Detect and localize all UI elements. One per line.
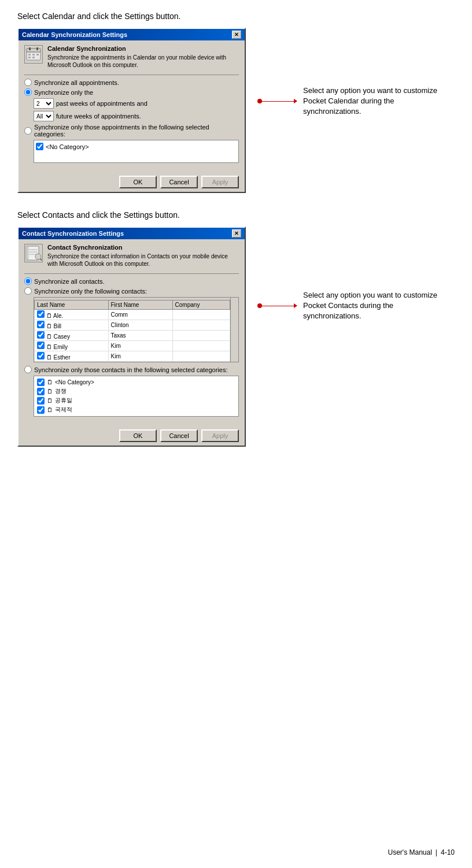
calendar-ok-button[interactable]: OK <box>119 176 157 188</box>
calendar-close-button[interactable]: ✕ <box>232 31 241 39</box>
svg-rect-2 <box>29 47 31 50</box>
contacts-col-company: Company <box>172 301 230 310</box>
svg-rect-6 <box>32 54 35 55</box>
section1-intro: Select Calendar and click the Settings b… <box>17 12 455 21</box>
contact-dialog: Contact Synchronization Settings ✕ <box>17 227 246 447</box>
footer-manual-text: User's Manual <box>388 848 432 856</box>
contact-close-button[interactable]: ✕ <box>232 229 241 238</box>
calendar-category-checkbox[interactable] <box>36 143 43 150</box>
contact-cat-label-1: <No Category> <box>55 379 94 385</box>
calendar-future-label: future weeks of appointments. <box>56 113 141 120</box>
contact-cb-2[interactable] <box>37 321 45 328</box>
contact-category-row-2[interactable]: 🗒 경쟁 <box>36 387 237 396</box>
calendar-category-label: <No Category> <box>46 143 89 150</box>
contacts-col-firstname: First Name <box>108 301 172 310</box>
contact-radio1[interactable]: Synchronize all contacts. <box>24 277 239 285</box>
calendar-radio1-label: Synchronize all appointments. <box>34 79 119 86</box>
calendar-radio2-label: Synchronize only the <box>34 89 93 96</box>
contact-dot-indicator <box>257 303 262 308</box>
contact-cb-3[interactable] <box>37 331 45 339</box>
svg-rect-5 <box>28 54 31 55</box>
contacts-col-lastname: Last Name <box>35 301 109 310</box>
calendar-dot-indicator <box>257 99 262 103</box>
calendar-radio3[interactable]: Synchronize only those appointments in t… <box>24 124 239 138</box>
calendar-radio2[interactable]: Synchronize only the <box>24 88 239 96</box>
contact-titlebar-text: Contact Synchronization Settings <box>22 230 124 237</box>
contact-arrow-line <box>262 306 294 306</box>
calendar-categories-box: <No Category> <box>34 140 239 163</box>
contact-cancel-button[interactable]: Cancel <box>160 429 198 442</box>
svg-rect-8 <box>28 57 31 58</box>
calendar-header-desc: Synchronize the appointments in Calendar… <box>47 54 239 69</box>
calendar-past-select[interactable]: 2 <box>34 98 54 109</box>
contact-cb-4[interactable] <box>37 342 45 349</box>
contact-radio2[interactable]: Synchronize only the following contacts: <box>24 287 239 295</box>
table-row: 🗒 Esther Kim <box>35 351 230 362</box>
svg-rect-7 <box>36 54 39 55</box>
contacts-table-wrapper: Last Name First Name Company 🗒 Ale. Comm <box>34 297 239 362</box>
svg-rect-11 <box>27 246 28 260</box>
calendar-icon <box>24 45 43 64</box>
contact-cat-cb-3[interactable] <box>37 397 45 405</box>
calendar-dialog: Calendar Synchronization Settings ✕ <box>17 28 246 193</box>
contacts-categories-box: 🗒 <No Category> 🗒 경쟁 🗒 공휴일 <box>34 376 239 417</box>
contact-category-row-1[interactable]: 🗒 <No Category> <box>36 378 237 387</box>
table-row: 🗒 Emily Kim <box>35 341 230 351</box>
contact-cat-cb-1[interactable] <box>37 379 45 386</box>
contact-radio1-label: Synchronize all contacts. <box>34 278 105 285</box>
contact-radio2-label: Synchronize only the following contacts: <box>34 288 147 295</box>
contact-arrow-head <box>294 303 297 308</box>
footer-separator: | <box>436 848 437 856</box>
contact-cb-1[interactable] <box>37 310 45 318</box>
calendar-past-row: 2 past weeks of appointments and <box>34 98 239 109</box>
footer-page-number: 4-10 <box>441 848 455 856</box>
svg-rect-1 <box>27 49 40 52</box>
calendar-future-row: All future weeks of appointments. <box>34 111 239 121</box>
svg-line-16 <box>40 259 42 261</box>
contact-icon <box>24 244 43 262</box>
calendar-header-title: Calendar Synchronization <box>47 45 239 52</box>
svg-rect-3 <box>36 47 38 50</box>
contact-category-row-3[interactable]: 🗒 공휴일 <box>36 396 237 405</box>
contact-cat-label-4: 국제적 <box>55 406 72 414</box>
contact-radio3-label: Synchronize only those contacts in the f… <box>34 366 227 373</box>
contact-radio3[interactable]: Synchronize only those contacts in the f… <box>24 366 239 373</box>
contact-ok-button[interactable]: OK <box>119 429 157 442</box>
calendar-titlebar: Calendar Synchronization Settings ✕ <box>19 29 245 40</box>
contact-header-title: Contact Synchronization <box>47 244 239 251</box>
svg-point-15 <box>35 254 41 259</box>
calendar-cancel-button[interactable]: Cancel <box>160 176 198 188</box>
calendar-category-item[interactable]: <No Category> <box>36 142 237 151</box>
contacts-table: Last Name First Name Company 🗒 Ale. Comm <box>34 300 230 362</box>
contact-category-row-4[interactable]: 🗒 국제적 <box>36 405 237 414</box>
table-row: 🗒 Casey Taxas <box>35 331 230 341</box>
calendar-arrow-head <box>294 99 297 103</box>
calendar-titlebar-text: Calendar Synchronization Settings <box>22 31 127 38</box>
svg-rect-9 <box>32 57 35 58</box>
table-row: 🗒 Ale. Comm <box>35 310 230 320</box>
calendar-footer: OK Cancel Apply <box>19 172 245 192</box>
contact-cat-label-3: 공휴일 <box>55 396 72 405</box>
contact-footer: OK Cancel Apply <box>19 426 245 446</box>
contacts-scrollbar[interactable] <box>230 298 238 362</box>
calendar-future-select[interactable]: All <box>34 111 54 121</box>
contact-annotation: Select any option you want to customize … <box>303 290 448 322</box>
contact-titlebar: Contact Synchronization Settings ✕ <box>19 228 245 239</box>
calendar-radio1[interactable]: Synchronize all appointments. <box>24 79 239 86</box>
section2-intro: Select Contacts and click the Settings b… <box>17 210 455 220</box>
contact-header-desc: Synchronize the contact information in C… <box>47 253 239 268</box>
calendar-arrow-line <box>262 101 294 102</box>
table-row: 🗒 Bill Clinton <box>35 320 230 331</box>
contact-cb-5[interactable] <box>37 352 45 359</box>
calendar-apply-button[interactable]: Apply <box>201 176 239 188</box>
contact-cat-cb-4[interactable] <box>37 406 45 414</box>
calendar-radio3-label: Synchronize only those appointments in t… <box>34 124 239 138</box>
contact-apply-button[interactable]: Apply <box>201 429 239 442</box>
contact-cat-cb-2[interactable] <box>37 388 45 395</box>
contact-cat-label-2: 경쟁 <box>55 387 67 395</box>
calendar-past-label: past weeks of appointments and <box>56 100 148 107</box>
calendar-annotation: Select any option you want to customize … <box>303 86 448 117</box>
